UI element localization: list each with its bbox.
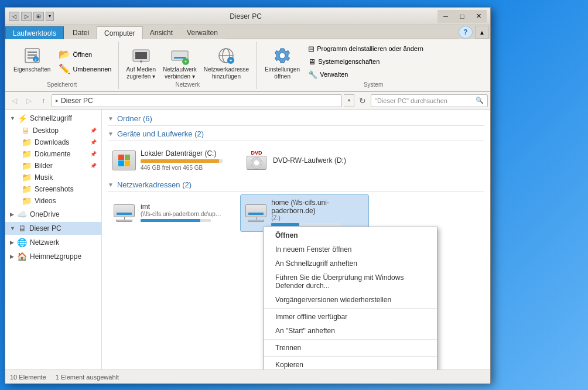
medien-label: Auf Medienzugreifen ▾ [126,66,156,80]
context-menu-item-offline[interactable]: Immer offline verfügbar [264,310,437,324]
nav-forward-button[interactable]: ▷ [22,94,35,107]
network-imt-name: imt [141,203,223,211]
sidebar-item-onedrive[interactable]: ▶ ☁️ OneDrive [5,208,101,221]
eigenschaften-button[interactable]: i Eigenschaften [10,44,54,74]
sidebar: ▼ ⚡ Schnellzugriff 🖥 Desktop 📌 📁 Downloa… [5,110,102,370]
search-box[interactable]: "Dieser PC" durchsuchen 🔍 [371,94,488,107]
window-title: Dieser PC [56,12,435,20]
qa-back-icon[interactable]: ◁ [9,12,19,21]
ribbon-group-system: Einstellungenöffnen ⊟ Programm deinstall… [257,42,490,89]
context-menu-item-trennen[interactable]: Trennen [264,341,437,355]
sidebar-item-netzwerk[interactable]: ▶ 🌐 Netzwerk [5,236,101,249]
svg-rect-7 [135,52,147,59]
einstellungen-button[interactable]: Einstellungenöffnen [261,44,303,81]
sidebar-item-musik[interactable]: 📁 Musik [5,172,101,183]
netzlaufwerk-button[interactable]: + Netzlaufwerkverbinden ▾ [160,44,199,81]
minimize-button[interactable]: ─ [437,10,454,23]
refresh-button[interactable]: ↻ [356,94,369,107]
medien-button[interactable]: Auf Medienzugreifen ▾ [124,44,158,81]
maximize-button[interactable]: □ [454,10,470,23]
umbenennen-button[interactable]: ✏️ Umbenennen [56,62,114,76]
status-item-count: 10 Elemente [10,374,46,381]
section-ordner-header[interactable]: ▼ Ordner (6) [108,113,484,124]
speicherort-label: Speicherort [10,81,114,89]
network-home-name: home (\\fs-cifs.uni-paderborn.de) [271,199,364,215]
drive-d-name: DVD-RW-Laufwerk (D:) [273,156,346,165]
einstellungen-label: Einstellungenöffnen [265,66,300,80]
context-menu-item-start[interactable]: An "Start" anheften [264,324,437,338]
ribbon-tabs: Laufwerktools Datei Computer Ansicht Ver… [5,25,490,39]
qa-dropdown-icon[interactable]: ▾ [46,12,54,21]
drive-c-name: Lokaler Datenträger (C:) [141,149,232,158]
address-dropdown-button[interactable]: ▾ [344,94,354,107]
ribbon-group-netzwerk: Auf Medienzugreifen ▾ + Netzlaufwerkverb… [119,42,257,89]
drive-c-size: 446 GB frei von 465 GB [141,165,232,171]
tab-ansicht[interactable]: Ansicht [143,26,180,39]
search-icon: 🔍 [476,97,484,104]
address-bar: ◁ ▷ ↑ ▸ Dieser PC ▾ ↻ "Dieser PC" durchs… [5,92,490,110]
qa-properties-icon[interactable]: ⊞ [33,12,44,21]
tab-laufwerktools[interactable]: Laufwerktools [5,26,64,39]
sidebar-item-bilder[interactable]: 📁 Bilder 📌 [5,160,101,172]
svg-text:+: + [230,58,233,63]
qa-forward-icon[interactable]: ▷ [21,12,32,21]
context-menu-item-defender[interactable]: Führen Sie die Überprüfung mit Windows D… [264,271,437,293]
help-button[interactable]: ? [459,26,473,39]
context-menu-item-vorgaenger[interactable]: Vorgängerversionen wiederherstellen [264,293,437,307]
nav-back-button[interactable]: ◁ [8,94,20,107]
search-placeholder: "Dieser PC" durchsuchen [375,97,473,104]
drive-item-d[interactable]: DVD DVD-RW-Laufwerk (D:) [240,146,369,175]
breadcrumb[interactable]: ▸ Dieser PC [52,94,342,107]
sidebar-item-downloads[interactable]: 📁 Downloads 📌 [5,136,101,148]
svg-point-8 [140,60,142,63]
netzadresse-label: Netzwerkadressehinzufügen [204,66,249,80]
eigenschaften-label: Eigenschaften [13,66,50,73]
system-label: System [261,81,486,89]
netzlaufwerk-label: Netzlaufwerkverbinden ▾ [163,66,197,80]
section-netzwerk-title: Netzwerkadressen (2) [117,180,192,189]
status-bar: 10 Elemente 1 Element ausgewählt [5,370,490,384]
context-menu-item-neuesfenster[interactable]: In neuem Fenster öffnen [264,242,437,256]
section-netzwerk: ▼ Netzwerkadressen (2) [108,179,484,232]
svg-text:i: i [35,57,36,63]
systemeigenschaften-button[interactable]: 🖥 Systemeigenschaften [306,56,426,67]
section-netzwerk-header[interactable]: ▼ Netzwerkadressen (2) [108,179,484,190]
svg-rect-10 [174,57,186,59]
drive-item-c[interactable]: Lokaler Datenträger (C:) 446 GB frei von… [108,146,237,175]
nav-up-button[interactable]: ↑ [37,94,50,107]
verwalten-ribbon-button[interactable]: 🔧 Verwalten [306,69,426,80]
tab-datei[interactable]: Datei [65,26,97,39]
tab-computer[interactable]: Computer [97,26,143,39]
context-menu: Öffnen In neuem Fenster öffnen An Schnel… [263,227,437,370]
close-button[interactable]: ✕ [470,10,487,23]
context-menu-item-schnellzugriff[interactable]: An Schnellzugriff anheften [264,256,437,271]
sidebar-item-videos[interactable]: 📁 Videos [5,195,101,207]
network-item-imt[interactable]: imt (\\fs-cifs.uni-paderborn.de\upb\... [108,194,237,232]
context-menu-item-oeffnen[interactable]: Öffnen [264,228,437,242]
sidebar-item-screenshots[interactable]: 📁 Screenshots [5,183,101,195]
section-geraete-title: Geräte und Laufwerke (2) [117,129,204,138]
ribbon-collapse-button[interactable]: ▲ [475,26,489,39]
sidebar-item-dokumente[interactable]: 📁 Dokumente 📌 [5,148,101,160]
netzwerk-label: Netzwerk [124,81,251,89]
oeffnen-button[interactable]: 📂 Öffnen [56,47,114,61]
sidebar-item-desktop[interactable]: 🖥 Desktop 📌 [5,125,101,136]
section-geraete-header[interactable]: ▼ Geräte und Laufwerke (2) [108,128,484,139]
context-menu-item-kopieren[interactable]: Kopieren [264,358,437,370]
netzadresse-button[interactable]: + Netzwerkadressehinzufügen [201,44,251,81]
sidebar-item-dieserpc[interactable]: ▼ 🖥 Dieser PC [5,222,101,235]
deinstallieren-button[interactable]: ⊟ Programm deinstallieren oder ändern [306,43,426,54]
tab-verwalten[interactable]: Verwalten [180,26,225,39]
sidebar-section-schnellzugriff[interactable]: ▼ ⚡ Schnellzugriff [5,112,101,125]
svg-point-18 [279,53,285,59]
title-bar: ◁ ▷ ⊞ ▾ Dieser PC ─ □ ✕ [5,8,490,25]
status-selected-count: 1 Element ausgewählt [56,374,119,381]
svg-text:+: + [184,59,187,64]
ribbon-content: i Eigenschaften 📂 Öffnen ✏️ Umbenennen [5,39,490,92]
content-area: ▼ Ordner (6) ▼ Geräte und Laufwerke (2) [102,110,490,370]
section-geraete: ▼ Geräte und Laufwerke (2) [108,128,484,177]
sidebar-item-heimnetzgruppe[interactable]: ▶ 🏠 Heimnetzgruppe [5,250,101,263]
section-ordner: ▼ Ordner (6) [108,113,484,126]
context-menu-separator-2 [264,339,437,340]
context-menu-separator-3 [264,356,437,357]
